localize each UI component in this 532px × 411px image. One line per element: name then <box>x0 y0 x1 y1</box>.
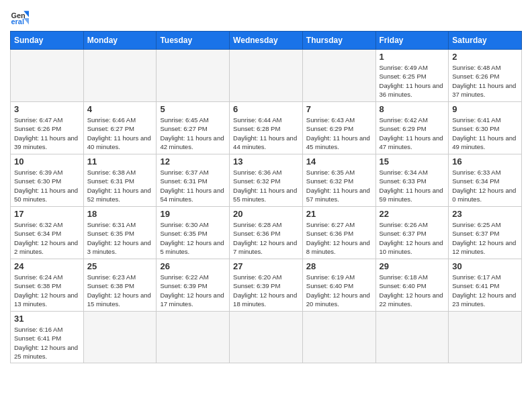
day-info: Sunrise: 6:17 AM Sunset: 6:41 PM Dayligh… <box>452 273 518 308</box>
day-info: Sunrise: 6:23 AM Sunset: 6:38 PM Dayligh… <box>87 273 153 308</box>
day-info: Sunrise: 6:25 AM Sunset: 6:37 PM Dayligh… <box>452 220 518 256</box>
day-number: 11 <box>87 156 153 167</box>
calendar-cell: 30Sunrise: 6:17 AM Sunset: 6:41 PM Dayli… <box>449 259 522 312</box>
weekday-header-wednesday: Wednesday <box>230 32 303 50</box>
day-info: Sunrise: 6:34 AM Sunset: 6:33 PM Dayligh… <box>380 168 445 203</box>
calendar-cell: 7Sunrise: 6:43 AM Sunset: 6:29 PM Daylig… <box>302 102 375 154</box>
day-number: 5 <box>160 104 226 114</box>
calendar-cell <box>83 312 157 363</box>
day-info: Sunrise: 6:42 AM Sunset: 6:29 PM Dayligh… <box>380 116 445 151</box>
calendar-cell: 12Sunrise: 6:37 AM Sunset: 6:31 PM Dayli… <box>157 154 230 207</box>
day-number: 17 <box>14 209 80 219</box>
day-number: 13 <box>233 156 299 167</box>
weekday-header-thursday: Thursday <box>302 32 375 50</box>
day-info: Sunrise: 6:37 AM Sunset: 6:31 PM Dayligh… <box>160 168 226 203</box>
day-info: Sunrise: 6:48 AM Sunset: 6:26 PM Dayligh… <box>452 63 518 99</box>
day-number: 10 <box>14 156 80 167</box>
day-number: 9 <box>452 104 518 114</box>
calendar-cell: 19Sunrise: 6:30 AM Sunset: 6:35 PM Dayli… <box>157 207 230 259</box>
day-number: 22 <box>380 209 445 219</box>
calendar-week-3: 10Sunrise: 6:39 AM Sunset: 6:30 PM Dayli… <box>11 154 522 207</box>
calendar-cell: 17Sunrise: 6:32 AM Sunset: 6:34 PM Dayli… <box>11 207 84 259</box>
day-number: 30 <box>452 261 518 271</box>
day-number: 1 <box>380 52 445 62</box>
day-number: 16 <box>452 156 518 167</box>
day-number: 7 <box>306 104 372 114</box>
day-info: Sunrise: 6:16 AM Sunset: 6:41 PM Dayligh… <box>14 325 80 361</box>
calendar-cell: 15Sunrise: 6:34 AM Sunset: 6:33 PM Dayli… <box>375 154 449 207</box>
calendar-cell <box>230 312 303 363</box>
day-number: 28 <box>306 261 372 271</box>
day-info: Sunrise: 6:32 AM Sunset: 6:34 PM Dayligh… <box>14 220 80 256</box>
calendar-cell: 31Sunrise: 6:16 AM Sunset: 6:41 PM Dayli… <box>11 312 84 363</box>
calendar-cell <box>302 50 375 102</box>
calendar-week-4: 17Sunrise: 6:32 AM Sunset: 6:34 PM Dayli… <box>11 207 522 259</box>
day-number: 26 <box>160 261 226 271</box>
calendar-cell: 1Sunrise: 6:49 AM Sunset: 6:25 PM Daylig… <box>375 50 449 102</box>
calendar-cell <box>302 312 375 363</box>
svg-text:eral: eral <box>11 17 24 26</box>
calendar-cell <box>157 50 230 102</box>
logo: Gen eral <box>10 7 32 26</box>
calendar-cell: 26Sunrise: 6:22 AM Sunset: 6:39 PM Dayli… <box>157 259 230 312</box>
day-number: 15 <box>380 156 445 167</box>
calendar-week-1: 1Sunrise: 6:49 AM Sunset: 6:25 PM Daylig… <box>11 50 522 102</box>
day-info: Sunrise: 6:49 AM Sunset: 6:25 PM Dayligh… <box>380 63 445 99</box>
calendar-cell: 14Sunrise: 6:35 AM Sunset: 6:32 PM Dayli… <box>302 154 375 207</box>
calendar-cell: 20Sunrise: 6:28 AM Sunset: 6:36 PM Dayli… <box>230 207 303 259</box>
day-number: 2 <box>452 52 518 62</box>
calendar-cell: 13Sunrise: 6:36 AM Sunset: 6:32 PM Dayli… <box>230 154 303 207</box>
day-info: Sunrise: 6:39 AM Sunset: 6:30 PM Dayligh… <box>14 168 80 203</box>
calendar-cell: 18Sunrise: 6:31 AM Sunset: 6:35 PM Dayli… <box>83 207 157 259</box>
calendar-cell <box>157 312 230 363</box>
day-info: Sunrise: 6:44 AM Sunset: 6:28 PM Dayligh… <box>233 116 299 151</box>
day-number: 8 <box>380 104 445 114</box>
calendar-week-2: 3Sunrise: 6:47 AM Sunset: 6:26 PM Daylig… <box>11 102 522 154</box>
calendar-cell: 9Sunrise: 6:41 AM Sunset: 6:30 PM Daylig… <box>449 102 522 154</box>
day-info: Sunrise: 6:45 AM Sunset: 6:27 PM Dayligh… <box>160 116 226 151</box>
day-number: 27 <box>233 261 299 271</box>
calendar-cell: 11Sunrise: 6:38 AM Sunset: 6:31 PM Dayli… <box>83 154 157 207</box>
calendar-week-6: 31Sunrise: 6:16 AM Sunset: 6:41 PM Dayli… <box>11 312 522 363</box>
weekday-header-friday: Friday <box>375 32 449 50</box>
svg-marker-3 <box>24 18 29 24</box>
day-info: Sunrise: 6:33 AM Sunset: 6:34 PM Dayligh… <box>452 168 518 203</box>
page-header: Gen eral <box>10 7 522 26</box>
day-info: Sunrise: 6:41 AM Sunset: 6:30 PM Dayligh… <box>452 116 518 151</box>
day-info: Sunrise: 6:24 AM Sunset: 6:38 PM Dayligh… <box>14 273 80 308</box>
day-number: 18 <box>87 209 153 219</box>
logo-icon: Gen eral <box>10 7 29 26</box>
calendar-cell: 28Sunrise: 6:19 AM Sunset: 6:40 PM Dayli… <box>302 259 375 312</box>
day-info: Sunrise: 6:27 AM Sunset: 6:36 PM Dayligh… <box>306 220 372 256</box>
day-number: 24 <box>14 261 80 271</box>
calendar-cell: 10Sunrise: 6:39 AM Sunset: 6:30 PM Dayli… <box>11 154 84 207</box>
calendar-cell: 16Sunrise: 6:33 AM Sunset: 6:34 PM Dayli… <box>449 154 522 207</box>
calendar-week-5: 24Sunrise: 6:24 AM Sunset: 6:38 PM Dayli… <box>11 259 522 312</box>
day-number: 6 <box>233 104 299 114</box>
calendar-cell <box>375 312 449 363</box>
day-number: 3 <box>14 104 80 114</box>
day-info: Sunrise: 6:46 AM Sunset: 6:27 PM Dayligh… <box>87 116 153 151</box>
day-info: Sunrise: 6:35 AM Sunset: 6:32 PM Dayligh… <box>306 168 372 203</box>
day-info: Sunrise: 6:26 AM Sunset: 6:37 PM Dayligh… <box>380 220 445 256</box>
day-number: 25 <box>87 261 153 271</box>
day-number: 20 <box>233 209 299 219</box>
calendar-cell: 22Sunrise: 6:26 AM Sunset: 6:37 PM Dayli… <box>375 207 449 259</box>
calendar-cell: 25Sunrise: 6:23 AM Sunset: 6:38 PM Dayli… <box>83 259 157 312</box>
day-number: 4 <box>87 104 153 114</box>
day-number: 12 <box>160 156 226 167</box>
calendar-cell: 2Sunrise: 6:48 AM Sunset: 6:26 PM Daylig… <box>449 50 522 102</box>
day-info: Sunrise: 6:47 AM Sunset: 6:26 PM Dayligh… <box>14 116 80 151</box>
day-info: Sunrise: 6:20 AM Sunset: 6:39 PM Dayligh… <box>233 273 299 308</box>
calendar-cell: 29Sunrise: 6:18 AM Sunset: 6:40 PM Dayli… <box>375 259 449 312</box>
calendar-table: SundayMondayTuesdayWednesdayThursdayFrid… <box>10 31 522 363</box>
day-info: Sunrise: 6:19 AM Sunset: 6:40 PM Dayligh… <box>306 273 372 308</box>
calendar-cell <box>230 50 303 102</box>
calendar-cell <box>83 50 157 102</box>
day-info: Sunrise: 6:30 AM Sunset: 6:35 PM Dayligh… <box>160 220 226 256</box>
day-number: 14 <box>306 156 372 167</box>
calendar-cell: 4Sunrise: 6:46 AM Sunset: 6:27 PM Daylig… <box>83 102 157 154</box>
day-info: Sunrise: 6:28 AM Sunset: 6:36 PM Dayligh… <box>233 220 299 256</box>
weekday-header-sunday: Sunday <box>11 32 84 50</box>
calendar-cell: 5Sunrise: 6:45 AM Sunset: 6:27 PM Daylig… <box>157 102 230 154</box>
